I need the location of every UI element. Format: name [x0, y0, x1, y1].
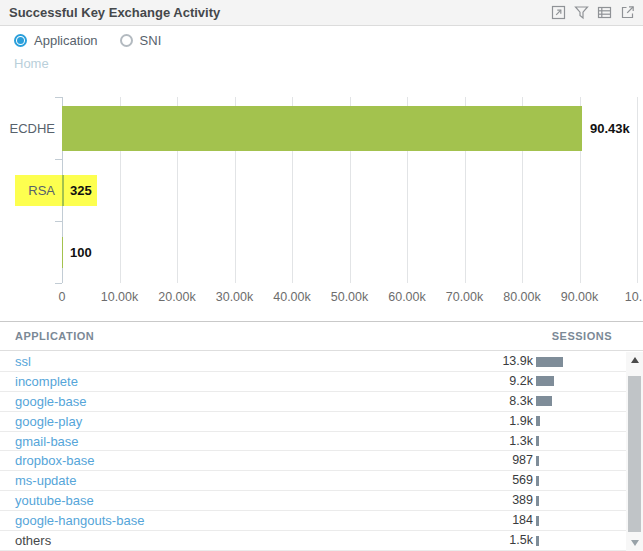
bar-value-label: 325 — [70, 175, 92, 206]
filter-icon[interactable] — [573, 5, 589, 21]
sessions-value: 569 — [463, 471, 533, 490]
table-icon[interactable] — [596, 5, 612, 21]
column-header-application[interactable]: APPLICATION — [15, 322, 94, 351]
application-name-link[interactable]: gmail-base — [15, 432, 79, 451]
y-axis-tick — [55, 159, 62, 160]
scroll-down-button[interactable] — [626, 535, 643, 551]
x-axis-tick-label: 90.00k — [550, 290, 610, 304]
key-exchange-widget: Successful Key Exchange Activity — [0, 0, 643, 551]
sessions-value: 9.2k — [463, 372, 533, 391]
table-scrollbar[interactable] — [626, 352, 643, 551]
export-icon[interactable] — [619, 5, 635, 21]
sessions-mini-bar — [536, 376, 554, 386]
sessions-mini-bar — [536, 496, 539, 506]
radio-application[interactable]: Application — [14, 33, 98, 48]
bar-value-label: 90.43k — [590, 113, 630, 144]
table-row: google-base8.3k — [0, 392, 626, 412]
radio-sni-label: SNI — [140, 33, 162, 48]
table-row: youtube-base389 — [0, 491, 626, 511]
view-toggle: Application SNI — [14, 33, 161, 48]
radio-sni[interactable]: SNI — [120, 33, 162, 48]
sessions-value: 987 — [463, 451, 533, 470]
application-name-link[interactable]: ms-update — [15, 471, 76, 490]
y-axis-tick — [55, 221, 62, 222]
application-name-link[interactable]: google-hangouts-base — [15, 511, 144, 530]
y-axis-tick — [55, 97, 62, 98]
sessions-value: 1.3k — [463, 432, 533, 451]
sessions-value: 1.9k — [463, 412, 533, 431]
sessions-mini-bar — [536, 516, 539, 526]
application-name-link[interactable]: dropbox-base — [15, 451, 95, 470]
breadcrumb: Home — [14, 56, 49, 71]
application-name-link[interactable]: incomplete — [15, 372, 78, 391]
x-axis-tick-label: 60.00k — [377, 290, 437, 304]
column-header-sessions[interactable]: SESSIONS — [552, 322, 612, 351]
scroll-up-button[interactable] — [626, 352, 643, 368]
x-axis-tick-label: 80.00k — [492, 290, 552, 304]
table-row: gmail-base1.3k — [0, 432, 626, 452]
application-name: others — [15, 531, 51, 550]
x-axis-tick-label: 20.00k — [147, 290, 207, 304]
sessions-mini-bar — [536, 416, 540, 426]
maximize-icon[interactable] — [550, 5, 566, 21]
key-exchange-bar-chart: ECDHE90.43kRSA325100010.00k20.00k30.00k4… — [0, 88, 643, 308]
chart-bar[interactable] — [62, 175, 64, 206]
sessions-mini-bar — [536, 456, 539, 466]
chart-bar[interactable] — [62, 106, 582, 151]
radio-unselected-icon — [120, 34, 133, 47]
breadcrumb-home-link[interactable]: Home — [14, 56, 49, 71]
radio-application-label: Application — [34, 33, 98, 48]
table-row: google-hangouts-base184 — [0, 511, 626, 531]
sessions-value: 389 — [463, 491, 533, 510]
table-row: dropbox-base987 — [0, 451, 626, 471]
titlebar-icon-group — [550, 5, 635, 21]
y-axis-tick — [55, 283, 62, 284]
table-row: others1.5k — [0, 531, 626, 551]
scrollbar-thumb[interactable] — [628, 376, 641, 532]
category-label: RSA — [0, 175, 55, 206]
x-axis-tick-label: 50.00k — [320, 290, 380, 304]
x-axis-tick-label: 30.00k — [205, 290, 265, 304]
sessions-value: 8.3k — [463, 392, 533, 411]
sessions-value: 13.9k — [463, 352, 533, 371]
category-label: ECDHE — [0, 113, 55, 144]
radio-selected-icon — [14, 34, 27, 47]
application-name-link[interactable]: google-base — [15, 392, 87, 411]
application-table: ssl13.9kincomplete9.2kgoogle-base8.3kgoo… — [0, 352, 626, 551]
sessions-value: 1.5k — [463, 531, 533, 550]
sessions-value: 184 — [463, 511, 533, 530]
table-header: APPLICATION SESSIONS — [0, 321, 643, 351]
chart-bar[interactable] — [62, 237, 63, 268]
application-name-link[interactable]: google-play — [15, 412, 82, 431]
x-axis-tick-label: 10... — [607, 290, 643, 304]
bar-value-label: 100 — [70, 237, 92, 268]
x-axis-tick-label: 70.00k — [435, 290, 495, 304]
table-row: ssl13.9k — [0, 352, 626, 372]
table-row: incomplete9.2k — [0, 372, 626, 392]
sessions-mini-bar — [536, 536, 539, 546]
sessions-mini-bar — [536, 436, 539, 446]
application-name-link[interactable]: ssl — [15, 352, 31, 371]
table-row: google-play1.9k — [0, 412, 626, 432]
widget-title: Successful Key Exchange Activity — [9, 5, 220, 20]
x-axis-tick-label: 0 — [32, 290, 92, 304]
gridline — [637, 97, 638, 283]
widget-titlebar: Successful Key Exchange Activity — [0, 0, 643, 26]
application-name-link[interactable]: youtube-base — [15, 491, 94, 510]
sessions-mini-bar — [536, 396, 552, 406]
x-axis-tick-label: 10.00k — [90, 290, 150, 304]
sessions-mini-bar — [536, 357, 563, 367]
x-axis-tick-label: 40.00k — [262, 290, 322, 304]
table-row: ms-update569 — [0, 471, 626, 491]
sessions-mini-bar — [536, 476, 539, 486]
